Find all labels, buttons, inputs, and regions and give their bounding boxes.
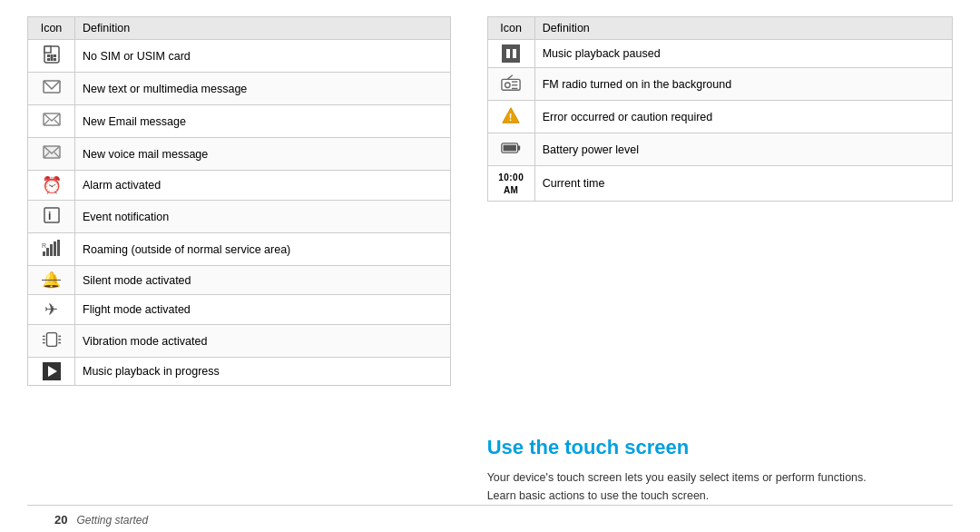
footer: 20 Getting started	[27, 505, 953, 532]
right-col-definition-header: Definition	[534, 17, 952, 40]
right-icon-table: Icon Definition Music playback paused	[487, 16, 953, 202]
page-container: Icon Definition	[0, 0, 980, 532]
event-icon: i	[42, 215, 62, 228]
table-row: Music playback paused	[487, 40, 952, 68]
svg-text:i: i	[48, 210, 51, 222]
alarm-icon: ⏰	[42, 176, 62, 194]
left-col-icon-header: Icon	[28, 17, 75, 40]
alarm-definition: Alarm activated	[75, 171, 451, 201]
time-definition: Current time	[534, 166, 952, 202]
svg-rect-5	[54, 58, 56, 61]
battery-definition: Battery power level	[534, 133, 952, 166]
sms-icon	[42, 87, 62, 100]
left-icon-table: Icon Definition	[27, 16, 451, 386]
radio-icon-cell	[487, 68, 534, 101]
svg-rect-2	[47, 54, 50, 57]
table-row: 10:00 AM Current time	[487, 166, 952, 202]
sim-definition: No SIM or USIM card	[75, 40, 451, 73]
sim-icon	[42, 54, 62, 67]
table-row: ✈ Flight mode activated	[28, 295, 451, 325]
table-row: No SIM or USIM card	[28, 40, 451, 73]
warning-icon-cell: !	[487, 101, 534, 133]
sms-definition: New text or multimedia message	[75, 73, 451, 105]
right-content: Icon Definition Music playback paused	[487, 16, 953, 505]
table-row: ! Error occurred or caution required	[487, 101, 952, 133]
touch-section: Use the touch screen Your device's touch…	[487, 436, 953, 505]
flight-definition: Flight mode activated	[75, 295, 451, 325]
svg-text:R: R	[42, 242, 46, 249]
left-table-wrap: Icon Definition	[27, 16, 451, 505]
right-col-icon-header: Icon	[487, 17, 534, 40]
flight-icon: ✈	[44, 300, 58, 319]
silent-definition: Silent mode activated	[75, 266, 451, 295]
content-area: Icon Definition	[27, 16, 953, 505]
svg-rect-16	[43, 251, 45, 256]
table-row: New voice mail message	[28, 138, 451, 171]
page-number: 20	[54, 513, 67, 527]
roaming-icon-cell: R	[28, 233, 75, 266]
svg-rect-6	[50, 54, 53, 61]
event-icon-cell: i	[28, 201, 75, 233]
silent-icon: 🔔	[42, 271, 61, 289]
svg-rect-39	[518, 145, 521, 150]
battery-icon-cell	[487, 133, 534, 166]
svg-text:!: !	[509, 112, 513, 123]
svg-rect-17	[46, 248, 49, 256]
email-definition: New Email message	[75, 105, 451, 138]
svg-rect-14	[44, 208, 59, 222]
table-row: ⏰ Alarm activated	[28, 171, 451, 201]
time-icon-cell: 10:00 AM	[487, 166, 534, 202]
touch-screen-description: Your device's touch screen lets you easi…	[487, 468, 877, 505]
right-table-wrap: Icon Definition Music playback paused	[487, 16, 953, 419]
table-row: i Event notification	[28, 201, 451, 233]
touch-screen-title: Use the touch screen	[487, 436, 953, 459]
svg-rect-4	[47, 58, 50, 61]
voicemail-definition: New voice mail message	[75, 138, 451, 171]
svg-rect-38	[504, 145, 516, 152]
event-definition: Event notification	[75, 201, 451, 233]
sms-icon-cell	[28, 73, 75, 105]
section-label: Getting started	[76, 514, 148, 527]
svg-rect-20	[57, 240, 60, 256]
svg-rect-18	[50, 244, 53, 256]
pause-icon	[502, 44, 520, 63]
music-play-icon	[43, 362, 61, 380]
roaming-icon: R	[42, 248, 62, 261]
vibrate-icon-cell	[28, 325, 75, 358]
radio-icon	[501, 83, 521, 95]
alarm-icon-cell: ⏰	[28, 171, 75, 201]
email-icon-cell	[28, 105, 75, 138]
table-row: Vibration mode activated	[28, 325, 451, 358]
table-row: New Email message	[28, 105, 451, 138]
pause-definition: Music playback paused	[534, 40, 952, 68]
flight-icon-cell: ✈	[28, 295, 75, 325]
table-row: FM radio turned on in the background	[487, 68, 952, 101]
svg-rect-3	[54, 54, 56, 57]
svg-marker-1	[44, 46, 51, 53]
silent-icon-cell: 🔔	[28, 266, 75, 295]
battery-icon	[501, 148, 521, 161]
voicemail-icon	[42, 153, 62, 165]
pause-icon-cell	[487, 40, 534, 68]
voicemail-icon-cell	[28, 138, 75, 171]
left-col-definition-header: Definition	[75, 17, 451, 40]
radio-definition: FM radio turned on in the background	[534, 68, 952, 101]
vibrate-definition: Vibration mode activated	[75, 325, 451, 358]
table-row: R Roaming (outside of normal service are…	[28, 233, 451, 266]
roaming-definition: Roaming (outside of normal service area)	[75, 233, 451, 266]
music-play-icon-cell	[28, 358, 75, 386]
svg-rect-19	[54, 241, 56, 256]
music-play-definition: Music playback in progress	[75, 358, 451, 386]
table-row: Battery power level	[487, 133, 952, 166]
table-row: Music playback in progress	[28, 358, 451, 386]
sim-icon-cell	[28, 40, 75, 73]
table-row: 🔔 Silent mode activated	[28, 266, 451, 295]
time-icon: 10:00 AM	[498, 172, 524, 195]
table-row: New text or multimedia message	[28, 73, 451, 105]
email-icon	[42, 120, 62, 133]
warning-definition: Error occurred or caution required	[534, 101, 952, 133]
svg-rect-22	[46, 333, 56, 347]
warning-icon: !	[501, 115, 521, 128]
vibrate-icon	[42, 340, 62, 352]
